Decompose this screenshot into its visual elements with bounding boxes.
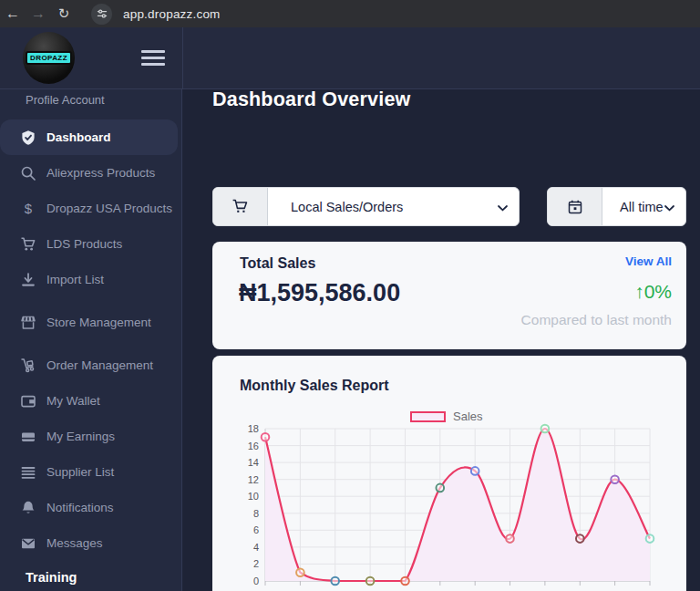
logo-text: DROPAZZ: [26, 51, 72, 65]
sidebar-item-supplier-list[interactable]: Supplier List: [0, 454, 178, 490]
svg-text:14: 14: [248, 457, 259, 468]
svg-text:0: 0: [253, 575, 259, 586]
sidebar-item-notifications[interactable]: Notifications: [0, 490, 178, 525]
time-range-select[interactable]: All time: [547, 187, 686, 226]
monthly-sales-card: Monthly Sales Report Sales 0246810121416…: [212, 356, 686, 591]
back-button[interactable]: ←: [0, 0, 26, 27]
tune-icon: [97, 8, 108, 19]
browser-toolbar: ← → ↻ app.dropazz.com: [0, 0, 700, 27]
sidebar-item-label: Import List: [46, 273, 104, 286]
svg-text:16: 16: [248, 441, 259, 451]
sidebar-nav: Dashboard Aliexpress Products $ Dropazz …: [0, 119, 181, 561]
sidebar: Profile Account Dashboard Aliexpress Pro…: [0, 89, 182, 591]
trend-percent: 0%: [644, 281, 672, 302]
dolly-icon: [20, 358, 36, 374]
calendar-icon: [548, 188, 602, 225]
sidebar-item-label: Supplier List: [46, 465, 114, 479]
sales-chart: 024681012141618: [212, 415, 686, 591]
sidebar-item-label: Messages: [46, 536, 103, 550]
sidebar-item-dashboard[interactable]: Dashboard: [0, 119, 178, 155]
up-arrow-icon: ↑: [634, 281, 644, 302]
sidebar-item-label: Aliexpress Products: [46, 166, 155, 180]
sidebar-item-label: My Wallet: [46, 394, 100, 408]
sidebar-item-label: Dropazz USA Products: [46, 202, 172, 215]
wallet-icon: [20, 393, 36, 410]
sidebar-section-training[interactable]: Training: [0, 570, 181, 585]
app-header: DROPAZZ: [0, 27, 700, 89]
sidebar-item-label: Notifications: [46, 501, 114, 514]
time-range-value: All time: [602, 188, 685, 225]
dollar-icon: $: [20, 201, 36, 217]
store-icon: [20, 315, 36, 331]
refresh-button[interactable]: ↻: [51, 0, 77, 27]
view-all-link[interactable]: View All: [625, 254, 672, 268]
forward-button[interactable]: →: [26, 0, 51, 27]
svg-text:2: 2: [253, 558, 259, 569]
svg-text:10: 10: [248, 491, 259, 502]
svg-text:12: 12: [248, 474, 259, 485]
search-icon: [20, 165, 36, 181]
sidebar-item-label: Order Management: [46, 358, 153, 372]
svg-text:4: 4: [253, 542, 259, 553]
sidebar-item-dropazz-usa-products[interactable]: $ Dropazz USA Products: [0, 191, 178, 226]
trend-caption: Compared to last month: [521, 312, 672, 328]
sidebar-item-messages[interactable]: Messages: [0, 525, 178, 561]
sidebar-item-my-wallet[interactable]: My Wallet: [0, 383, 178, 419]
sales-type-value: Local Sales/Orders: [268, 188, 519, 225]
sales-type-select[interactable]: Local Sales/Orders: [212, 187, 520, 226]
sidebar-item-import-list[interactable]: Import List: [0, 262, 178, 297]
svg-text:6: 6: [253, 524, 259, 535]
page-title: Dashboard Overview: [212, 88, 411, 111]
sidebar-item-aliexpress-products[interactable]: Aliexpress Products: [0, 155, 178, 191]
svg-text:8: 8: [253, 508, 259, 519]
chart-title: Monthly Sales Report: [240, 378, 389, 394]
sidebar-item-label: Store Management: [46, 316, 151, 329]
sidebar-item-store-management[interactable]: Store Management: [0, 305, 178, 340]
sidebar-item-order-management[interactable]: Order Management: [0, 347, 178, 383]
site-info-button[interactable]: [91, 4, 112, 25]
total-sales-title: Total Sales: [240, 255, 315, 272]
main-content: Dashboard Overview Local Sales/Orders Al…: [182, 89, 700, 591]
menu-toggle-button[interactable]: [141, 50, 165, 69]
shield-check-icon: [20, 130, 36, 146]
filters-row: Local Sales/Orders All time: [212, 187, 686, 226]
dropazz-logo: DROPAZZ: [23, 32, 75, 84]
cart-icon: [213, 188, 268, 225]
envelope-icon: [20, 535, 36, 552]
bell-icon: [20, 500, 36, 516]
profile-account-label: Profile Account: [0, 94, 181, 107]
card-icon: [20, 429, 36, 445]
header-divider: [182, 27, 183, 89]
svg-text:18: 18: [248, 423, 259, 434]
total-sales-amount: ₦1,595,586.00: [239, 279, 400, 307]
sidebar-item-lds-products[interactable]: LDS Products: [0, 226, 178, 262]
chevron-down-icon: [498, 200, 508, 214]
import-icon: [20, 272, 36, 288]
sidebar-item-my-earnings[interactable]: My Earnings: [0, 419, 178, 454]
sidebar-item-label: My Earnings: [46, 430, 115, 443]
total-sales-card: Total Sales ₦1,595,586.00 View All ↑0% C…: [212, 242, 686, 349]
svg-text:$: $: [25, 201, 33, 216]
list-icon: [20, 464, 36, 481]
cart-icon: [20, 236, 36, 253]
address-bar[interactable]: app.dropazz.com: [123, 7, 221, 21]
chevron-down-icon: [664, 200, 674, 214]
sidebar-item-label: Dashboard: [46, 130, 111, 144]
sidebar-item-label: LDS Products: [46, 237, 122, 251]
trend-indicator: ↑0%: [634, 281, 672, 303]
